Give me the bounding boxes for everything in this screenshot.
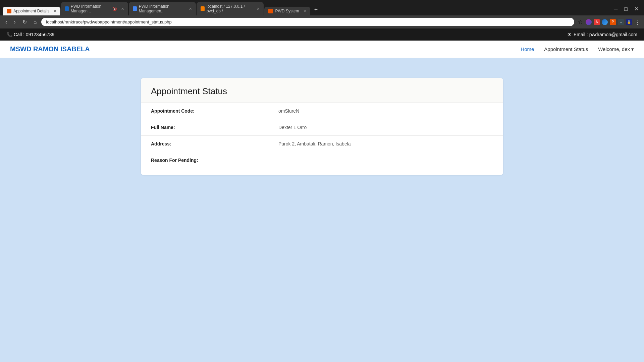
maximize-button[interactable]: □	[622, 5, 630, 13]
address-bar[interactable]	[41, 18, 574, 26]
label-address: Address:	[151, 141, 278, 146]
brand-logo[interactable]: MSWD RAMON ISABELA	[10, 45, 90, 53]
label-full-name: Full Name:	[151, 125, 278, 130]
tab-label-3: PWD Information Managemen...	[139, 4, 185, 13]
browser-tabs: Appointment Details ✕ PWD Information Ma…	[0, 0, 644, 15]
card-body: Appointment Code: omSlureN Full Name: De…	[141, 103, 503, 175]
browser-tab-4[interactable]: localhost / 127.0.0.1 / pwd_db / ✕	[197, 2, 264, 15]
tab-favicon-1	[7, 9, 11, 13]
minimize-button[interactable]: ─	[612, 5, 620, 13]
more-icon[interactable]: ⋮	[634, 19, 641, 25]
phone-icon: 📞	[7, 32, 12, 37]
phone-info: 📞 Call : 09123456789	[7, 32, 54, 37]
detail-row-address: Address: Purok 2, Ambatali, Ramon, Isabe…	[141, 136, 503, 152]
nav-link-home[interactable]: Home	[521, 46, 534, 52]
tab-label-2: PWD Information Managen...	[71, 4, 109, 13]
navbar: MSWD RAMON ISABELA Home Appointment Stat…	[0, 41, 644, 58]
nav-user-label: Welcome, dex	[598, 46, 630, 52]
detail-row-code: Appointment Code: omSlureN	[141, 103, 503, 119]
value-appointment-code: omSlureN	[278, 108, 299, 114]
new-tab-button[interactable]: +	[311, 6, 321, 15]
bookmark-icon[interactable]: ☆	[577, 19, 584, 25]
browser-toolbar: ‹ › ↻ ⌂ ☆ A P ↔ 🔒 ⋮	[0, 15, 644, 28]
tab-mute-2[interactable]: 🔇	[112, 7, 117, 11]
email-icon: ✉	[568, 32, 572, 37]
close-button[interactable]: ✕	[632, 4, 641, 13]
tab-favicon-5	[268, 9, 273, 13]
forward-button[interactable]: ›	[12, 18, 17, 26]
tab-favicon-2	[65, 6, 68, 11]
nav-links: Home Appointment Status Welcome, dex ▾	[521, 46, 634, 52]
nav-user-dropdown[interactable]: Welcome, dex ▾	[598, 46, 634, 52]
value-address: Purok 2, Ambatali, Ramon, Isabela	[278, 141, 351, 146]
card-title: Appointment Status	[151, 86, 493, 97]
profile-icon-2[interactable]	[602, 19, 608, 25]
dropdown-icon: ▾	[631, 46, 634, 52]
reload-button[interactable]: ↻	[20, 17, 29, 26]
ext-icon-1[interactable]: P	[610, 19, 616, 25]
detail-row-name: Full Name: Dexter L Orro	[141, 119, 503, 136]
tab-favicon-4	[201, 6, 205, 11]
tab-label-1: Appointment Details	[13, 9, 49, 13]
tab-favicon-3	[133, 6, 137, 11]
browser-chrome: Appointment Details ✕ PWD Information Ma…	[0, 0, 644, 28]
email-info: ✉ Email : pwdramon@gmail.com	[568, 32, 637, 37]
tab-close-1[interactable]: ✕	[53, 9, 56, 13]
tab-close-2[interactable]: ✕	[121, 7, 124, 11]
detail-row-reason: Reason For Pending:	[141, 152, 503, 168]
tab-label-5: PWD System	[275, 9, 299, 13]
card-header: Appointment Status	[141, 78, 503, 103]
home-button[interactable]: ⌂	[32, 18, 39, 26]
browser-tab-5[interactable]: PWD System ✕	[264, 7, 310, 15]
ext-icon-2[interactable]: ↔	[618, 19, 624, 25]
email-label: Email : pwdramon@gmail.com	[574, 32, 637, 37]
main-content: Appointment Status Appointment Code: omS…	[0, 58, 644, 293]
profile-icon-1[interactable]	[586, 19, 592, 25]
value-full-name: Dexter L Orro	[278, 125, 307, 130]
browser-tab-2[interactable]: PWD Information Managen... 🔇 ✕	[61, 2, 128, 15]
ext-icon-3[interactable]: 🔒	[626, 19, 632, 25]
tab-label-4: localhost / 127.0.0.1 / pwd_db /	[207, 4, 253, 13]
top-bar: 📞 Call : 09123456789 ✉ Email : pwdramon@…	[0, 28, 644, 41]
tab-close-3[interactable]: ✕	[189, 7, 192, 11]
tab-close-5[interactable]: ✕	[303, 9, 306, 13]
browser-tab-3[interactable]: PWD Information Managemen... ✕	[129, 2, 196, 15]
label-appointment-code: Appointment Code:	[151, 108, 278, 114]
label-reason-pending: Reason For Pending:	[151, 158, 278, 163]
toolbar-icons: ☆ A P ↔ 🔒 ⋮	[577, 19, 641, 25]
appointment-card: Appointment Status Appointment Code: omS…	[141, 78, 503, 175]
pdf-icon[interactable]: A	[594, 19, 600, 25]
nav-link-appointment-status[interactable]: Appointment Status	[544, 46, 588, 52]
back-button[interactable]: ‹	[3, 18, 9, 26]
tab-close-4[interactable]: ✕	[257, 7, 260, 11]
browser-tab-1[interactable]: Appointment Details ✕	[3, 7, 60, 15]
phone-label: Call : 09123456789	[14, 32, 54, 37]
